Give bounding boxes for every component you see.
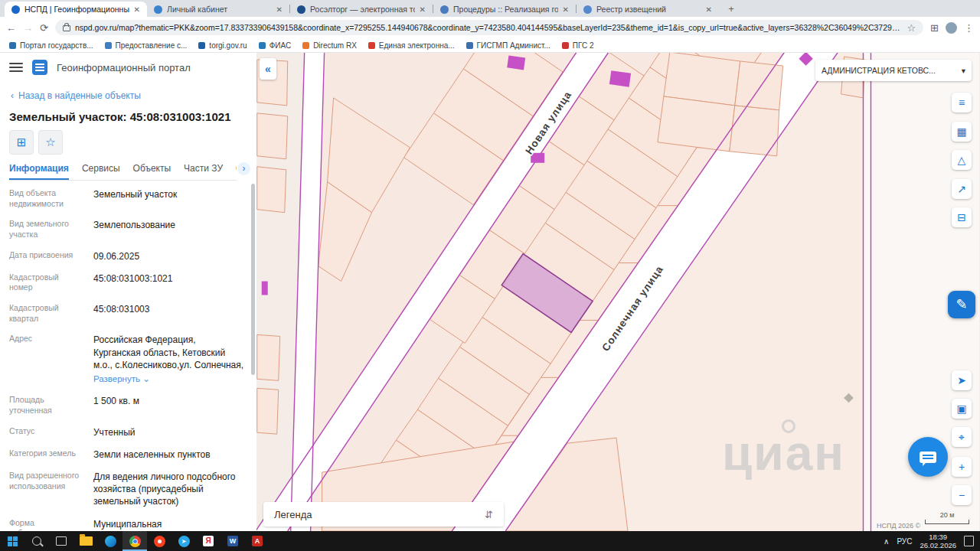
bookmark-label: ФИАС [270,41,291,50]
yandex-browser-icon[interactable] [147,531,172,551]
field-row: Дата присвоения09.06.2025 [9,250,244,262]
administration-dropdown[interactable]: АДМИНИСТРАЦИЯ КЕТОВС... ▾ [815,60,972,81]
cadastral-map[interactable]: Новая улица Солнечная улица циан « АДМИН… [256,52,980,531]
tab-close-icon[interactable]: ✕ [706,5,712,14]
browser-tab-nspd[interactable]: НСПД | Геоинформационный п ✕ [5,2,147,17]
taskbar-search-icon[interactable] [24,531,49,551]
measure-button[interactable]: △ [952,150,972,170]
field-value: Землепользование [93,219,244,240]
browser-tab-roseltorg[interactable]: Росэлторг — электронная торг ✕ [290,2,433,17]
tab-title: Росэлторг — электронная торг [310,5,415,14]
tabs-scroll-right-button[interactable]: › [237,162,250,175]
forward-icon[interactable]: → [23,22,33,34]
zoom-out-button[interactable]: − [952,485,972,505]
url-text[interactable]: nspd.gov.ru/map?thematic=PKK&zoom=17.833… [75,23,903,32]
notification-center-icon[interactable] [964,536,974,546]
draw-button[interactable]: ✎ [948,291,975,318]
bookmark-label: ПГС 2 [573,41,594,50]
field-row: Кадастровый квартал45:08:031003 [9,303,244,324]
file-explorer-icon[interactable] [74,531,98,551]
bookmark-item[interactable]: Предоставление с... [105,41,188,50]
locate-button[interactable]: ➤ [952,370,972,390]
bookmark-item[interactable]: ПГС 2 [562,41,594,50]
bookmark-item[interactable]: ФИАС [259,41,291,50]
bookmark-favicon [198,42,205,49]
tab-information[interactable]: Информация [9,159,69,180]
tab-title: Реестр извещений [596,5,701,14]
browser-tab-procedures[interactable]: Процедуры :: Реализация гос ✕ [433,2,576,17]
tab-close-icon[interactable]: ✕ [134,5,140,14]
expand-address-link[interactable]: Развернуть ⌄ [93,373,150,386]
edge-icon[interactable] [98,531,122,551]
back-arrow-icon: ‹ [11,90,14,101]
browser-toolbar: ← → ⟳ nspd.gov.ru/map?thematic=PKK&zoom=… [0,17,980,38]
bookmark-label: Единая электронна... [379,41,455,50]
chrome-icon[interactable] [122,531,147,551]
collapse-panel-button[interactable]: « [260,58,276,80]
chat-button[interactable] [908,437,948,477]
new-tab-button[interactable]: + [725,3,737,15]
bookmark-favicon [105,42,112,49]
map-attribution: НСПД 2026 © [877,522,920,530]
layers-button[interactable]: ≡ [952,93,972,112]
object-tree-button[interactable]: ⊞ [9,130,34,155]
tab-close-icon[interactable]: ✕ [276,5,283,14]
legend-expand-icon[interactable]: ⇵ [485,509,493,520]
ruler-button[interactable]: ▦ [952,122,972,142]
bookmark-item[interactable]: ГИСГМП Админист... [466,41,550,50]
panel-tabs: Информация Сервисы Объекты Части ЗУ Сост… [9,159,237,181]
cian-watermark-antenna [782,419,795,433]
bookmark-item[interactable]: torgi.gov.ru [198,41,247,50]
map-canvas[interactable]: Новая улица Солнечная улица [256,52,980,531]
profile-avatar[interactable] [946,22,957,34]
print-button[interactable]: ⊟ [952,207,972,227]
legend-bar[interactable]: Легенда ⇵ [263,502,504,527]
bookmark-item[interactable]: Портал государств... [9,41,93,50]
favorite-star-button[interactable]: ☆ [38,130,63,155]
bookmark-favicon [562,42,569,49]
field-label: Статус [9,426,84,439]
parcel-actions: ⊞ ☆ [9,130,63,155]
field-value: Земли населенных пунктов [93,448,244,461]
select-button[interactable]: ⌖ [952,427,972,447]
field-label: Вид земельного участка [9,219,84,240]
back-to-results-link[interactable]: ‹ Назад в найденные объекты [11,90,141,101]
field-row-address: Адрес Российская Федерация, Курганская о… [9,334,244,385]
tray-expand-icon[interactable]: ∧ [884,537,889,546]
back-icon[interactable]: ← [6,22,16,34]
tab-services[interactable]: Сервисы [82,159,120,180]
word-icon[interactable]: W [220,531,245,551]
tab-objects[interactable]: Объекты [133,159,172,180]
field-value: 45:08:031003:1021 [93,272,244,293]
tab-close-icon[interactable]: ✕ [563,5,569,14]
language-indicator[interactable]: РУС [897,537,912,546]
share-button[interactable]: ↗ [952,179,972,199]
clock-time: 18:39 [920,533,956,541]
tab-close-icon[interactable]: ✕ [420,5,426,14]
taskbar-clock[interactable]: 18:39 26.02.2026 [920,533,956,550]
yandex-icon[interactable]: Я [196,531,220,551]
tab-composition[interactable]: Состав [236,159,237,180]
panorama-button[interactable]: ▣ [952,399,972,419]
zoom-in-button[interactable]: + [952,457,972,477]
tab-parcel-parts[interactable]: Части ЗУ [184,159,223,180]
start-button[interactable] [0,531,24,551]
menu-icon[interactable] [9,63,23,72]
browser-tab-registry[interactable]: Реестр извещений ✕ [577,2,719,17]
browser-tab-cabinet[interactable]: Личный кабинет ✕ [147,2,289,17]
bookmarks-bar: Портал государств... Предоставление с...… [0,38,980,53]
panel-scrollbar[interactable] [251,184,255,375]
bookmark-item[interactable]: Directum RX [302,41,357,50]
address-bar[interactable]: nspd.gov.ru/map?thematic=PKK&zoom=17.833… [55,20,923,35]
reload-icon[interactable]: ⟳ [40,22,48,34]
pdf-icon[interactable]: A [245,531,270,551]
telegram-icon[interactable]: ➤ [172,531,196,551]
bookmark-star-icon[interactable]: ☆ [906,22,916,34]
bookmark-item[interactable]: Единая электронна... [368,41,455,50]
bookmark-favicon [368,42,375,49]
field-label: Вид объекта недвижимости [9,188,84,209]
extensions-icon[interactable]: ⊞ [930,22,939,34]
cian-watermark: циан [722,429,845,478]
browser-menu-icon[interactable]: ⋮ [964,22,974,34]
task-view-icon[interactable] [49,531,74,551]
